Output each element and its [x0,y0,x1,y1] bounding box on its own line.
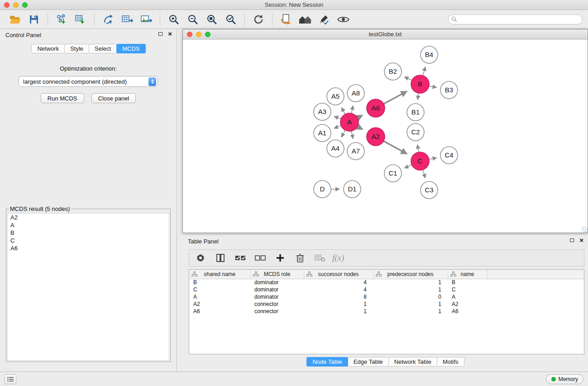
import-network-icon[interactable] [54,12,69,27]
graph-edge-A-A5[interactable] [341,108,345,114]
graph-node-B2[interactable]: B2 [384,63,402,80]
graph-node-A3[interactable]: A3 [314,103,331,120]
minimize-network-window-button[interactable] [196,32,201,37]
graph-node-A2[interactable]: A2 [367,128,385,146]
mcds-result-item[interactable]: A [8,221,169,229]
close-window-button[interactable] [4,2,10,8]
mcds-result-item[interactable]: C [8,237,169,244]
refresh-icon[interactable] [251,12,266,27]
graph-edge-A-A7[interactable] [351,131,353,139]
graph-edge-A6-B[interactable] [384,91,407,104]
column-header-predecessor-nodes[interactable]: predecessor nodes [373,270,448,279]
export-network-icon[interactable] [100,12,116,27]
mcds-result-item[interactable]: A2 [8,214,169,221]
zoom-out-icon[interactable] [185,12,201,27]
search-input[interactable] [448,14,583,24]
mcds-result-list[interactable]: A2ABCA6 [7,213,169,361]
tab-network-table[interactable]: Network Table [388,357,437,367]
select-all-rows-icon[interactable] [234,252,246,264]
graph-node-A1[interactable]: A1 [314,124,331,142]
graph-node-C3[interactable]: C3 [421,181,438,199]
graph-node-A[interactable]: A [340,113,359,131]
zoom-fit-icon[interactable] [204,12,220,27]
zoom-in-icon[interactable] [166,12,182,27]
graph-edge-B-B2[interactable] [404,77,412,81]
graph-node-B[interactable]: B [411,75,429,93]
graph-node-B4[interactable]: B4 [421,46,438,63]
home-icon[interactable] [297,12,313,27]
graph-edge-A-A4[interactable] [341,130,345,138]
mcds-result-item[interactable]: A6 [8,244,169,252]
graph-node-A7[interactable]: A7 [347,143,364,160]
close-panel-button[interactable]: Close panel [91,93,136,103]
graph-edge-C-C1[interactable] [405,165,412,168]
close-table-panel-icon[interactable]: × [579,238,583,243]
minimize-window-button[interactable] [13,2,19,8]
export-image-icon[interactable] [139,12,154,27]
table-row-A6[interactable]: A6connector11A6 [189,308,584,315]
graph-edge-A-A3[interactable] [334,116,341,119]
function-builder-button[interactable]: f(x) [332,253,344,263]
table-settings-icon[interactable] [195,252,206,264]
column-visibility-icon[interactable] [215,252,226,264]
delete-table-icon[interactable] [314,252,326,264]
column-header-successor-nodes[interactable]: successor nodes [304,270,373,279]
graph-edge-B-B1[interactable] [418,93,419,100]
tab-node-table[interactable]: Node Table [306,357,348,367]
node-table[interactable]: shared nameMCDS rolesuccessor nodesprede… [189,269,584,354]
graph-edge-B-B4[interactable] [423,67,425,76]
zoom-network-window-button[interactable] [205,32,210,37]
graph-node-D[interactable]: D [314,181,331,198]
network-canvas[interactable]: B4B2BB3A5A8A6B1A3AA1C2A2A4A7CC4C1C3DD1 [183,40,588,233]
delete-rows-icon[interactable] [294,252,306,264]
zoom-window-button[interactable] [22,2,28,8]
optimization-criterion-dropdown[interactable]: largest connected component (directed) [19,76,158,87]
tab-network[interactable]: Network [31,44,65,53]
run-mcds-button[interactable]: Run MCDS [41,93,84,103]
table-row-A2[interactable]: A2connector11A2 [189,300,584,308]
save-session-icon[interactable] [26,12,42,27]
add-row-icon[interactable] [274,252,286,264]
table-row-C[interactable]: Cdominator41C [189,286,584,293]
tab-motifs[interactable]: Motifs [437,357,464,367]
tab-mcds[interactable]: MCDS [116,44,145,53]
eye-icon[interactable] [335,12,351,27]
column-header-shared-name[interactable]: shared name [189,270,250,279]
style-icon[interactable] [316,12,332,27]
float-table-panel-icon[interactable] [570,238,574,242]
graph-edge-A-A1[interactable] [334,125,341,128]
column-header-MCDS-role[interactable]: MCDS role [250,270,304,279]
close-panel-icon[interactable]: × [168,32,172,36]
mcds-result-item[interactable]: B [8,229,169,237]
graph-node-C4[interactable]: C4 [440,147,458,164]
graph-edge-A-A8[interactable] [351,105,353,113]
graph-node-C2[interactable]: C2 [407,124,424,141]
graph-node-B3[interactable]: B3 [440,81,458,99]
export-table-icon[interactable] [120,12,135,27]
graph-edge-A-A6[interactable] [358,115,363,118]
table-row-A[interactable]: Adominator80A [189,293,584,300]
graph-node-A8[interactable]: A8 [347,85,364,102]
graph-edge-C-C3[interactable] [423,170,425,178]
close-network-window-button[interactable] [187,32,192,37]
table-row-B[interactable]: Bdominator41B [189,279,584,286]
tab-style[interactable]: Style [64,44,89,53]
graph-edge-C-C2[interactable] [417,145,419,152]
graph-node-A4[interactable]: A4 [327,140,344,157]
graph-node-A5[interactable]: A5 [327,88,344,105]
tab-edge-table[interactable]: Edge Table [348,357,389,367]
graph-node-C1[interactable]: C1 [384,165,402,182]
graph-node-D1[interactable]: D1 [344,181,361,198]
unselect-all-rows-icon[interactable] [254,252,266,264]
import-table-icon[interactable] [73,12,88,27]
first-neighbors-icon[interactable] [278,12,294,27]
zoom-selected-icon[interactable] [223,12,239,27]
memory-button[interactable]: Memory [546,374,583,384]
open-file-icon[interactable] [7,12,23,27]
graph-edge-B-B3[interactable] [429,86,437,87]
graph-node-A6[interactable]: A6 [367,99,385,117]
resize-handle[interactable] [582,227,588,233]
graph-node-B1[interactable]: B1 [407,104,424,121]
graph-edge-A2-C[interactable] [384,141,407,154]
column-header-name[interactable]: name [448,270,487,279]
